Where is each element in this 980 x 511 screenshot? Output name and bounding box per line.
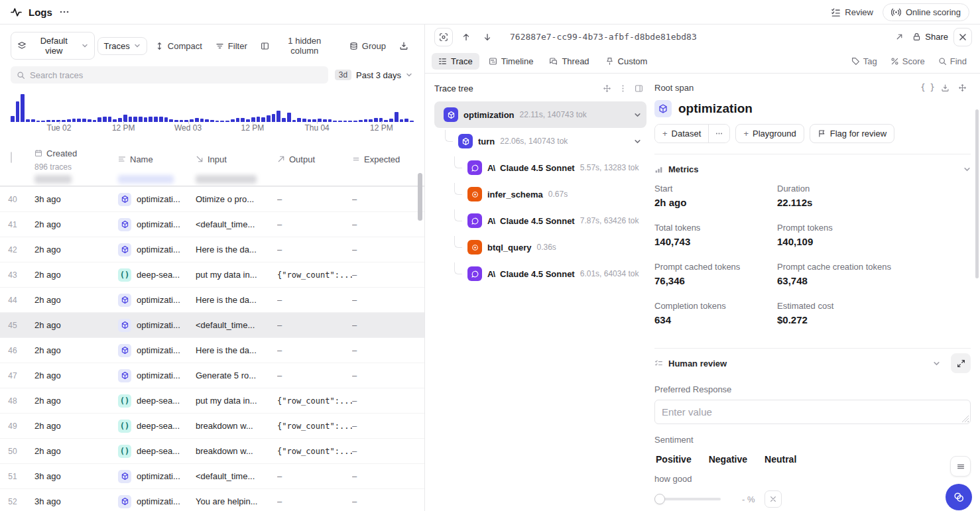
histogram-bar[interactable]	[190, 119, 194, 122]
tab-thread[interactable]: Thread	[542, 53, 595, 70]
histogram-bar[interactable]	[72, 119, 76, 122]
collapse-pane-button[interactable]	[631, 80, 646, 96]
column-header-input[interactable]: Input	[196, 149, 277, 166]
histogram-bar[interactable]	[210, 120, 214, 122]
trace-tree-span-turn[interactable]: turn22.06s, 140743 tok	[434, 128, 646, 154]
histogram-bar[interactable]	[323, 119, 327, 122]
histogram-bar[interactable]	[139, 117, 143, 122]
histogram-bar[interactable]	[97, 117, 101, 122]
histogram-bar[interactable]	[318, 119, 322, 122]
column-header-output[interactable]: Output	[277, 149, 352, 166]
column-header-created[interactable]: Created	[34, 143, 118, 160]
trace-tree-span-claude-4-5-sonnet[interactable]: A\Claude 4.5 Sonnet6.01s, 64034 tok	[434, 260, 646, 287]
histogram-bar[interactable]	[328, 119, 332, 122]
histogram-bar[interactable]	[312, 119, 316, 122]
histogram-bar[interactable]	[272, 114, 276, 122]
sentiment-neutral-button[interactable]: Neutral	[765, 454, 796, 465]
histogram-bar[interactable]	[287, 113, 291, 122]
chevron-down-icon[interactable]	[634, 138, 641, 145]
online-scoring-button[interactable]: Online scoring	[883, 3, 969, 21]
table-row[interactable]: 523h agooptimizati...You are helpin...––	[0, 489, 424, 511]
histogram-bar[interactable]	[129, 117, 133, 122]
table-row[interactable]: 502h ago()deep-sea...breakdown w...{"row…	[0, 439, 424, 464]
histogram-bar[interactable]	[31, 119, 35, 122]
histogram-bar[interactable]	[159, 117, 163, 122]
histogram-bar[interactable]	[308, 119, 312, 122]
histogram-bar[interactable]	[149, 117, 153, 122]
histogram-bar[interactable]	[389, 119, 393, 122]
left-panel-scrollbar-thumb[interactable]	[418, 173, 422, 221]
review-button[interactable]: Review	[831, 7, 873, 17]
histogram-bar[interactable]	[215, 121, 219, 122]
trace-tree-span-btql-query[interactable]: btql_query0.36s	[434, 234, 646, 260]
tree-options-button[interactable]	[615, 80, 631, 96]
view-select[interactable]: Default view	[11, 32, 95, 60]
table-row[interactable]: 412h agooptimizati...<default_time...––	[0, 212, 424, 237]
histogram-bar[interactable]	[220, 121, 224, 122]
table-row[interactable]: 442h agooptimizati...Here is the da...––	[0, 288, 424, 313]
histogram-bar[interactable]	[359, 120, 363, 122]
histogram-bar[interactable]	[231, 119, 235, 122]
dataset-more-button[interactable]	[708, 125, 729, 142]
histogram-bar[interactable]	[67, 119, 71, 122]
histogram-bar[interactable]	[93, 120, 97, 122]
metrics-section-header[interactable]: Metrics	[654, 154, 971, 184]
histogram-bar[interactable]	[11, 116, 15, 122]
histogram-bar[interactable]	[82, 119, 86, 122]
histogram-bar[interactable]	[236, 118, 240, 122]
histogram-bar[interactable]	[180, 120, 184, 122]
histogram-bar[interactable]	[41, 121, 45, 122]
add-to-dataset-button[interactable]: + Dataset	[655, 125, 708, 142]
histogram-bar[interactable]	[292, 120, 296, 122]
histogram-bar[interactable]	[108, 117, 112, 122]
trace-id[interactable]: 762887e7-cc99-4b73-afbf-d8bde81ebd83	[510, 32, 697, 42]
tab-timeline[interactable]: Timeline	[482, 53, 540, 70]
tab-trace[interactable]: Trace	[432, 53, 479, 70]
compact-toggle-button[interactable]: Compact	[150, 38, 208, 54]
histogram-bar[interactable]	[154, 117, 158, 122]
histogram-bar[interactable]	[113, 119, 117, 122]
search-input[interactable]	[30, 70, 322, 80]
histogram-bar[interactable]	[395, 112, 398, 122]
filter-button[interactable]: Filter	[210, 38, 253, 54]
more-options-button[interactable]	[59, 7, 70, 17]
histogram-bar[interactable]	[77, 119, 81, 122]
trace-tree-span-claude-4-5-sonnet[interactable]: A\Claude 4.5 Sonnet7.87s, 63426 tok	[434, 207, 646, 234]
histogram-bar[interactable]	[52, 120, 56, 122]
histogram-bar[interactable]	[257, 117, 261, 122]
histogram-bar[interactable]	[369, 119, 373, 122]
table-row[interactable]: 482h ago()deep-sea...put my data in...{"…	[0, 388, 424, 414]
column-header-name[interactable]: Name	[118, 149, 196, 166]
trace-tree-span-infer-schema[interactable]: infer_schema0.67s	[434, 181, 646, 207]
trace-tree-span-claude-4-5-sonnet[interactable]: A\Claude 4.5 Sonnet5.57s, 13283 tok	[434, 154, 646, 181]
view-json-button[interactable]: { }	[919, 80, 936, 95]
histogram-bar[interactable]	[195, 118, 199, 122]
histogram-bar[interactable]	[400, 119, 404, 122]
flag-for-review-button[interactable]: Flag for review	[810, 124, 894, 143]
histogram-bar[interactable]	[246, 119, 250, 122]
histogram-bar[interactable]	[169, 119, 173, 122]
human-review-section-header[interactable]: Human review	[654, 349, 971, 378]
histogram-bar[interactable]	[261, 117, 265, 122]
histogram-bar[interactable]	[353, 121, 357, 122]
histogram-bar[interactable]	[276, 111, 280, 122]
histogram-bar[interactable]	[200, 119, 204, 122]
hidden-columns-button[interactable]: 1 hidden column	[255, 32, 341, 59]
histogram-bar[interactable]	[297, 118, 301, 122]
histogram-bar[interactable]	[174, 120, 178, 122]
histogram-bar[interactable]	[88, 119, 92, 122]
table-row[interactable]: 422h agooptimizati...Here is the da...––	[0, 237, 424, 262]
next-trace-button[interactable]	[479, 29, 495, 45]
sentiment-negative-button[interactable]: Negative	[709, 454, 747, 465]
find-button[interactable]: Find	[933, 53, 972, 70]
score-button[interactable]: Score	[885, 53, 930, 70]
share-button[interactable]: Share	[912, 32, 948, 42]
column-header-expected[interactable]: Expected	[352, 149, 424, 166]
preferred-response-input[interactable]	[662, 406, 963, 418]
close-panel-button[interactable]	[953, 28, 972, 46]
histogram-bar[interactable]	[62, 120, 66, 122]
traces-select[interactable]: Traces	[97, 37, 147, 55]
expand-review-button[interactable]	[951, 353, 971, 373]
time-range-select[interactable]: 3d Past 3 days	[334, 68, 414, 82]
tab-custom[interactable]: Custom	[599, 53, 654, 70]
